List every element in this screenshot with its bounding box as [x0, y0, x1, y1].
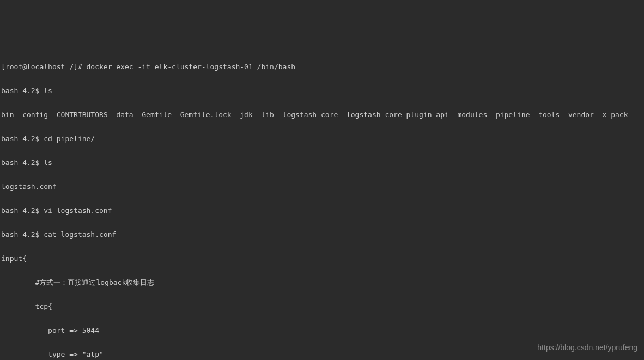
terminal-line: logstash.conf — [1, 181, 643, 193]
terminal-line: bin config CONTRIBUTORS data Gemfile Gem… — [1, 109, 643, 121]
terminal-line: tcp{ — [1, 301, 643, 313]
terminal-line: [root@localhost /]# docker exec -it elk-… — [1, 61, 643, 73]
terminal-line: bash-4.2$ vi logstash.conf — [1, 205, 643, 217]
terminal-output[interactable]: [root@localhost /]# docker exec -it elk-… — [1, 49, 643, 360]
terminal-line: port => 5044 — [1, 325, 643, 337]
watermark-text: https://blog.csdn.net/yprufeng — [537, 341, 637, 353]
terminal-line: #方式一：直接通过logback收集日志 — [1, 277, 643, 289]
terminal-line: bash-4.2$ ls — [1, 157, 643, 169]
terminal-line: input{ — [1, 253, 643, 265]
terminal-line: bash-4.2$ cat logstash.conf — [1, 229, 643, 241]
terminal-line: bash-4.2$ cd pipeline/ — [1, 133, 643, 145]
terminal-line: bash-4.2$ ls — [1, 85, 643, 97]
